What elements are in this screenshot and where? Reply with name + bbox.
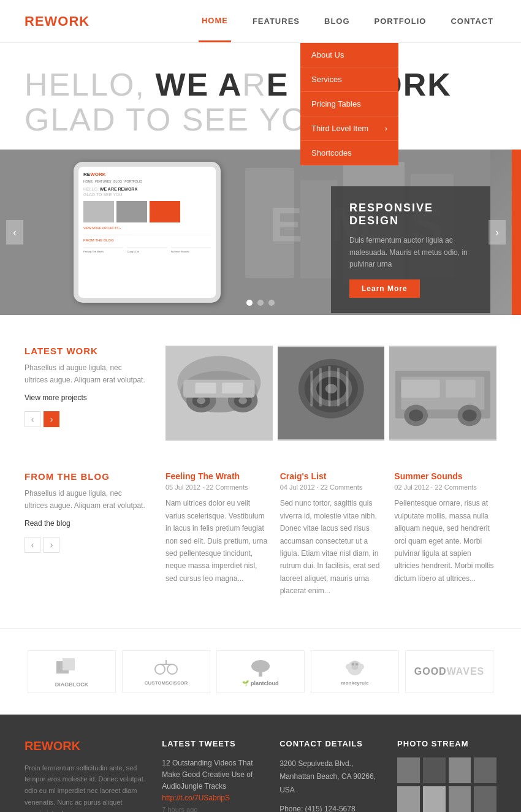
svg-point-39 bbox=[463, 410, 477, 422]
photo-5[interactable] bbox=[397, 786, 420, 812]
photo-stream-grid bbox=[397, 757, 496, 812]
footer-about-text: Proin fermentum sollicitudin ante, sed t… bbox=[25, 762, 143, 813]
latest-work-desc: Phasellus id augue ligula, nec ultrices … bbox=[25, 362, 147, 385]
nav-portfolio[interactable]: PORTFOLIO bbox=[371, 1, 430, 41]
work-prev-button[interactable]: ‹ bbox=[25, 411, 40, 427]
blog-post-1-meta: 05 Jul 2012 · 22 Comments bbox=[165, 484, 268, 491]
svg-rect-27 bbox=[278, 347, 385, 439]
dropdown-pricing[interactable]: Pricing Tables bbox=[300, 92, 398, 116]
slider-info-text: Duis fermentum auctor ligula ac malesuad… bbox=[349, 235, 472, 270]
footer-address2: Manhattan Beach, CA 90266, USA bbox=[280, 770, 379, 797]
dropdown-about[interactable]: About Us bbox=[300, 43, 398, 67]
nav-contact[interactable]: CONTACT bbox=[447, 1, 496, 41]
partner-goodwaves[interactable]: GOODWAVES bbox=[405, 650, 493, 693]
slider-prev-button[interactable]: ‹ bbox=[6, 220, 23, 245]
work-nav-arrows: ‹ › bbox=[25, 411, 147, 427]
slider-dot-2[interactable] bbox=[257, 300, 264, 306]
blog-post-2-meta: 04 Jul 2012 · 22 Comments bbox=[280, 484, 382, 491]
slider-next-button[interactable]: › bbox=[489, 220, 506, 245]
nav-home[interactable]: HOME bbox=[199, 1, 231, 42]
photo-3[interactable] bbox=[449, 757, 471, 783]
main-content: LATEST WORK Phasellus id augue ligula, n… bbox=[0, 315, 521, 628]
footer-address1: 3200 Sepulveda Blvd., bbox=[280, 757, 379, 771]
partner-customscissor[interactable]: CUSTOMSCISSOR bbox=[122, 650, 210, 693]
blog-post-1: Feeling The Wrath 05 Jul 2012 · 22 Comme… bbox=[165, 471, 268, 597]
slider-learn-more-button[interactable]: Learn More bbox=[349, 279, 420, 298]
hero-section: HELLO, WE ARE REWORK GLAD TO SEE YOU bbox=[0, 43, 521, 150]
partner-plantcloud[interactable]: 🌱 plantcloud bbox=[216, 650, 305, 693]
partner-diagblock[interactable]: DIAGBLOCK bbox=[28, 650, 116, 693]
features-dropdown: About Us Services Pricing Tables Third L… bbox=[300, 43, 398, 165]
footer-about-col: REWORK Proin fermentum sollicitudin ante… bbox=[25, 739, 143, 813]
photo-7[interactable] bbox=[449, 786, 471, 812]
tweet-1-link[interactable]: http://t.co/7USabripS bbox=[162, 792, 261, 804]
blog-posts: Feeling The Wrath 05 Jul 2012 · 22 Comme… bbox=[165, 471, 496, 597]
svg-rect-31 bbox=[337, 368, 340, 407]
blog-post-1-title: Feeling The Wrath bbox=[165, 471, 268, 481]
main-nav: HOME FEATURES BLOG PORTFOLIO CONTACT bbox=[199, 1, 496, 42]
work-next-button[interactable]: › bbox=[44, 411, 59, 427]
photo-2[interactable] bbox=[423, 757, 446, 783]
work-image-1[interactable] bbox=[165, 346, 273, 441]
blog-post-3-title: Summer Sounds bbox=[394, 471, 496, 481]
hero-subheadline: GLAD TO SEE YOU bbox=[25, 102, 496, 137]
dropdown-shortcodes[interactable]: Shortcodes bbox=[300, 141, 398, 165]
view-more-projects-link[interactable]: View more projects bbox=[25, 393, 147, 402]
header: REWORK HOME FEATURES BLOG PORTFOLIO CONT… bbox=[0, 0, 521, 43]
blog-post-3-meta: 02 Jul 2012 · 22 Comments bbox=[394, 484, 496, 491]
footer-photos-col: PHOTO STREAM bbox=[397, 739, 496, 813]
svg-point-44 bbox=[155, 664, 165, 674]
svg-rect-41 bbox=[446, 380, 476, 398]
blog-nav-arrows: ‹ › bbox=[25, 537, 147, 553]
slider-dot-1[interactable] bbox=[246, 300, 253, 306]
svg-rect-40 bbox=[401, 380, 440, 398]
blog-next-button[interactable]: › bbox=[44, 537, 59, 553]
svg-rect-28 bbox=[310, 371, 313, 406]
svg-point-54 bbox=[352, 663, 354, 666]
blog-post-2-text: Sed nunc tortor, sagittis quis viverra i… bbox=[280, 497, 382, 597]
tweet-1: 12 Outstanding Videos That Make Good Cre… bbox=[162, 757, 261, 813]
svg-rect-29 bbox=[319, 368, 322, 407]
slider-info-box: RESPONSIVE DESIGN Duis fermentum auctor … bbox=[331, 186, 490, 313]
blog-section: FROM THE BLOG Phasellus id augue ligula,… bbox=[25, 471, 496, 597]
latest-work-title: LATEST WORK bbox=[25, 346, 147, 356]
photo-4[interactable] bbox=[474, 757, 496, 783]
nav-blog[interactable]: BLOG bbox=[321, 1, 353, 41]
svg-point-51 bbox=[351, 661, 359, 670]
blog-post-1-text: Nam ultrices dolor eu velit varius scele… bbox=[165, 497, 268, 585]
work-image-3[interactable] bbox=[389, 346, 496, 441]
footer-phone: Phone: (415) 124-5678 bbox=[280, 803, 379, 812]
svg-point-17 bbox=[238, 397, 247, 404]
dropdown-services[interactable]: Services bbox=[300, 67, 398, 92]
blog-post-3-text: Pellentesque ornare, risus at vulputate … bbox=[394, 497, 496, 585]
svg-point-45 bbox=[167, 664, 177, 674]
logo[interactable]: REWORK bbox=[25, 13, 89, 29]
slider-red-bar bbox=[512, 150, 521, 315]
nav-features[interactable]: FEATURES bbox=[249, 1, 303, 41]
svg-rect-32 bbox=[346, 371, 348, 406]
svg-text:E: E bbox=[270, 197, 302, 252]
latest-work-section: LATEST WORK Phasellus id augue ligula, n… bbox=[25, 346, 496, 441]
read-blog-link[interactable]: Read the blog bbox=[25, 519, 147, 528]
svg-rect-18 bbox=[183, 380, 254, 398]
svg-point-53 bbox=[358, 664, 364, 670]
dropdown-third-level[interactable]: Third Level Item › bbox=[300, 116, 398, 141]
blog-sidebar: FROM THE BLOG Phasellus id augue ligula,… bbox=[25, 471, 147, 597]
work-image-2[interactable] bbox=[278, 346, 385, 441]
photo-8[interactable] bbox=[474, 786, 496, 812]
photo-1[interactable] bbox=[397, 757, 420, 783]
svg-rect-30 bbox=[328, 366, 330, 407]
partners-section: DIAGBLOCK CUSTOMSCISSOR 🌱 plantcloud bbox=[0, 628, 521, 715]
footer-contact-title: CONTACT DETAILS bbox=[280, 739, 379, 748]
blog-prev-button[interactable]: ‹ bbox=[25, 537, 40, 553]
footer-tweets-title: LATEST TWEETS bbox=[162, 739, 261, 748]
svg-rect-43 bbox=[63, 658, 75, 670]
photo-6[interactable] bbox=[423, 786, 446, 812]
partner-monkeyrule[interactable]: monkeyrule bbox=[311, 650, 399, 693]
svg-point-52 bbox=[346, 664, 352, 670]
svg-rect-19 bbox=[196, 383, 216, 393]
slider-dot-3[interactable] bbox=[268, 300, 275, 306]
svg-point-37 bbox=[409, 410, 423, 422]
svg-point-55 bbox=[356, 663, 358, 666]
slider-info-title: RESPONSIVE DESIGN bbox=[349, 202, 472, 227]
